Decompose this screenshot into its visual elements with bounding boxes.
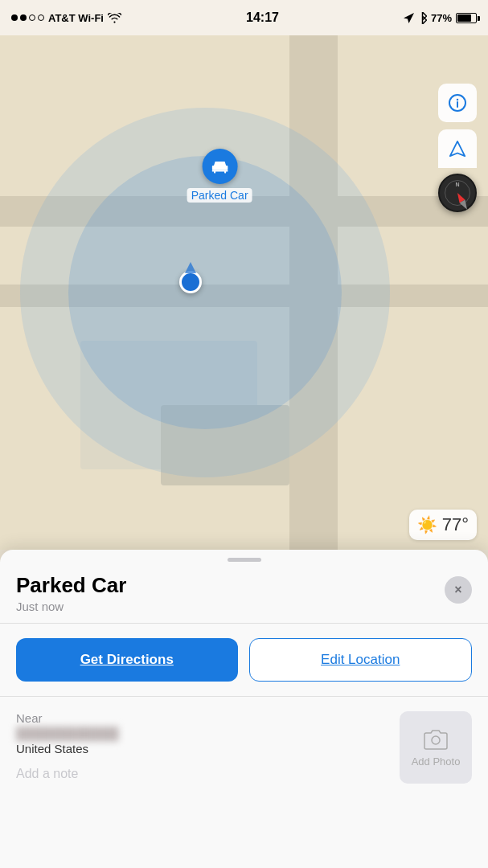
sheet-title: Parked Car: [16, 573, 126, 598]
weather-widget: ☀️ 77°: [409, 510, 477, 540]
close-icon: ×: [454, 583, 461, 596]
get-directions-button[interactable]: Get Directions: [16, 638, 238, 682]
car-icon: [209, 156, 230, 177]
svg-point-4: [432, 736, 440, 744]
location-arrow-icon: [404, 13, 414, 23]
user-location-dot: [179, 271, 202, 293]
sheet-title-block: Parked Car Just now: [16, 573, 126, 613]
parked-car-bubble: [202, 149, 237, 184]
signal-dots: [11, 14, 44, 21]
status-time: 14:17: [246, 10, 279, 25]
info-button[interactable]: [438, 84, 477, 122]
map-controls: [438, 84, 477, 168]
photo-placeholder[interactable]: Add Photo: [400, 711, 472, 784]
add-note-label[interactable]: Add a note: [16, 767, 387, 781]
camera-icon: [423, 728, 449, 751]
info-icon: [448, 93, 467, 113]
battery-icon: [456, 13, 477, 23]
compass[interactable]: N: [438, 174, 477, 212]
map-area[interactable]: Parked Car N: [0, 35, 488, 550]
edit-location-button[interactable]: Edit Location: [249, 638, 473, 682]
parked-car-pin[interactable]: Parked Car: [187, 149, 252, 203]
parked-car-label: Parked Car: [187, 188, 252, 203]
status-bar: AT&T Wi-Fi 14:17 77%: [0, 0, 488, 35]
country-label: United States: [16, 742, 387, 755]
close-button[interactable]: ×: [445, 576, 472, 604]
weather-temp: 77°: [442, 514, 469, 535]
battery-fill: [457, 14, 471, 22]
weather-icon: ☀️: [417, 515, 437, 534]
signal-dot-2: [20, 14, 27, 21]
sheet-subtitle: Just now: [16, 600, 126, 613]
add-photo-label: Add Photo: [412, 755, 461, 768]
sheet-handle[interactable]: [0, 550, 488, 567]
near-label: Near: [16, 711, 387, 725]
bluetooth-icon: [418, 12, 427, 24]
user-heading-indicator: [185, 262, 196, 273]
sheet-header: Parked Car Just now ×: [0, 567, 488, 624]
status-left: AT&T Wi-Fi: [11, 12, 121, 24]
bottom-sheet: Parked Car Just now × Get Directions Edi…: [0, 550, 488, 868]
action-buttons: Get Directions Edit Location: [0, 624, 488, 697]
location-info: Near ████████████ United States Add a no…: [0, 697, 488, 798]
svg-rect-0: [211, 166, 228, 170]
location-arrow-map-icon: [449, 140, 466, 158]
near-address: ████████████: [16, 727, 387, 740]
signal-dot-1: [11, 14, 18, 21]
compass-north-label: N: [455, 182, 459, 187]
signal-dot-3: [29, 14, 35, 21]
carrier-label: AT&T Wi-Fi: [48, 12, 104, 24]
compass-inner: N: [445, 180, 470, 206]
status-right: 77%: [404, 12, 477, 24]
wifi-icon: [108, 13, 121, 23]
handle-bar: [228, 558, 261, 562]
signal-dot-4: [38, 14, 44, 21]
location-track-button[interactable]: [438, 129, 477, 168]
battery-percent: 77%: [431, 12, 452, 24]
location-text: Near ████████████ United States Add a no…: [16, 711, 387, 781]
